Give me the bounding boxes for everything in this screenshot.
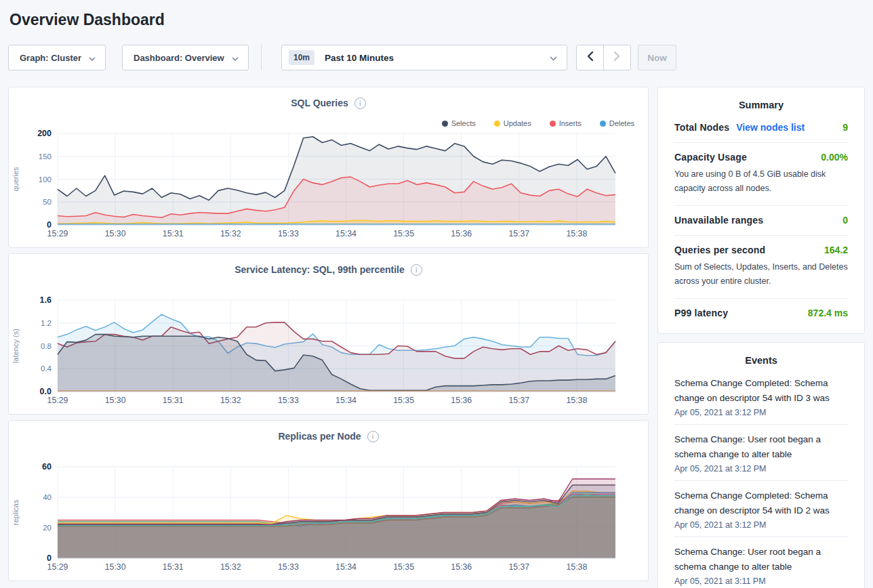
svg-text:15:35: 15:35 — [393, 562, 414, 572]
svg-text:15:37: 15:37 — [508, 229, 529, 238]
legend-dot-icon — [600, 121, 606, 127]
svg-text:15:33: 15:33 — [278, 396, 299, 405]
svg-text:15:29: 15:29 — [47, 562, 68, 572]
info-icon[interactable]: i — [367, 431, 379, 442]
svg-text:15:32: 15:32 — [220, 562, 241, 572]
page: Overview Dashboard Graph: Cluster Dashbo… — [0, 9, 873, 588]
svg-text:15:34: 15:34 — [336, 229, 357, 238]
dashboard-dropdown-label: Dashboard: Overview — [134, 53, 224, 63]
charts-column: SQL Queries i SelectsUpdatesInsertsDelet… — [8, 87, 649, 588]
info-icon[interactable]: i — [411, 264, 422, 276]
svg-text:0.0: 0.0 — [40, 387, 52, 396]
summary-title: Summary — [674, 91, 848, 113]
event-item[interactable]: Schema Change Completed: Schema change o… — [674, 369, 848, 425]
event-item[interactable]: Schema Change: User root began a schema … — [674, 537, 848, 588]
chevron-right-icon — [614, 51, 620, 64]
legend-item[interactable]: Deletes — [600, 119, 634, 127]
chevron-down-icon — [232, 53, 239, 63]
svg-text:15:30: 15:30 — [105, 229, 126, 238]
legend-label: Selects — [451, 119, 476, 127]
svg-text:15:36: 15:36 — [451, 229, 472, 238]
time-range-picker[interactable]: 10m Past 10 Minutes — [281, 45, 567, 70]
chart-title: Replicas per Node — [278, 431, 361, 442]
svg-text:50: 50 — [43, 198, 52, 206]
event-timestamp: Apr 05, 2021 at 3:11 PM — [674, 576, 848, 586]
sql-queries-chart[interactable]: 15:2915:3015:3115:3215:3315:3415:3515:36… — [9, 114, 648, 247]
now-button[interactable]: Now — [638, 45, 676, 70]
legend-dot-icon — [550, 121, 556, 127]
page-title: Overview Dashboard — [9, 9, 865, 30]
unavailable-ranges-label: Unavailable ranges — [674, 215, 763, 226]
svg-text:15:29: 15:29 — [47, 396, 68, 405]
svg-text:0: 0 — [47, 220, 52, 230]
svg-text:queries: queries — [12, 167, 20, 192]
main-content: SQL Queries i SelectsUpdatesInsertsDelet… — [8, 87, 865, 588]
chart-title: Service Latency: SQL, 99th percentile — [235, 264, 405, 275]
p99-latency-label: P99 latency — [674, 308, 728, 318]
svg-text:replicas: replicas — [12, 499, 20, 525]
svg-text:15:37: 15:37 — [508, 396, 529, 405]
legend-dot-icon — [442, 121, 448, 127]
legend-item[interactable]: Inserts — [550, 119, 582, 127]
event-text: Schema Change Completed: Schema change o… — [674, 376, 848, 406]
chevron-down-icon — [550, 51, 557, 64]
events-panel: Events Schema Change Completed: Schema c… — [657, 342, 865, 588]
svg-text:150: 150 — [39, 152, 52, 161]
svg-text:15:33: 15:33 — [278, 229, 299, 238]
service-latency-chart[interactable]: 15:2915:3015:3115:3215:3315:3415:3515:36… — [9, 281, 648, 414]
legend-label: Updates — [504, 119, 531, 127]
events-list: Schema Change Completed: Schema change o… — [674, 369, 848, 588]
svg-text:1.2: 1.2 — [41, 319, 52, 327]
time-range-badge: 10m — [289, 50, 314, 65]
svg-text:20: 20 — [43, 524, 52, 532]
replicas-per-node-chart[interactable]: 15:2915:3015:3115:3215:3315:3415:3515:36… — [9, 448, 648, 581]
svg-text:latency (s): latency (s) — [12, 329, 20, 363]
summary-row-total-nodes: Total Nodes View nodes list 9 — [674, 113, 848, 143]
event-timestamp: Apr 05, 2021 at 3:12 PM — [674, 520, 848, 530]
capacity-usage-value: 0.00% — [821, 152, 848, 163]
time-forward-button[interactable] — [603, 45, 630, 70]
total-nodes-value: 9 — [842, 122, 848, 133]
legend-item[interactable]: Updates — [494, 119, 531, 127]
svg-text:15:31: 15:31 — [163, 396, 184, 405]
chevron-down-icon — [89, 53, 96, 63]
svg-text:15:34: 15:34 — [336, 396, 357, 405]
graph-dropdown-label: Graph: Cluster — [20, 53, 81, 63]
time-nav-arrows — [576, 45, 631, 70]
view-nodes-list-link[interactable]: View nodes list — [736, 122, 805, 133]
svg-text:15:31: 15:31 — [163, 229, 184, 238]
svg-text:15:31: 15:31 — [163, 562, 184, 572]
svg-text:15:34: 15:34 — [336, 562, 357, 572]
summary-row-unavailable-ranges: Unavailable ranges 0 — [674, 206, 848, 236]
svg-text:200: 200 — [37, 129, 52, 138]
event-item[interactable]: Schema Change Completed: Schema change o… — [674, 481, 848, 537]
svg-text:15:36: 15:36 — [451, 562, 472, 572]
event-timestamp: Apr 05, 2021 at 3:12 PM — [674, 408, 848, 417]
event-timestamp: Apr 05, 2021 at 3:12 PM — [674, 464, 848, 474]
dashboard-dropdown[interactable]: Dashboard: Overview — [122, 45, 249, 70]
info-icon[interactable]: i — [354, 98, 366, 109]
event-text: Schema Change: User root began a schema … — [674, 432, 848, 462]
legend-label: Inserts — [559, 119, 582, 127]
sql-queries-chart-card: SQL Queries i SelectsUpdatesInsertsDelet… — [8, 87, 649, 248]
qps-value: 164.2 — [824, 245, 848, 255]
qps-description: Sum of Selects, Updates, Inserts, and De… — [674, 260, 848, 289]
svg-text:15:30: 15:30 — [105, 562, 126, 572]
svg-text:15:38: 15:38 — [567, 396, 588, 405]
summary-panel: Summary Total Nodes View nodes list 9 Ca… — [657, 87, 865, 334]
svg-text:15:29: 15:29 — [47, 229, 68, 238]
svg-text:15:32: 15:32 — [220, 229, 241, 238]
svg-text:0.4: 0.4 — [41, 364, 52, 373]
svg-text:15:32: 15:32 — [220, 396, 241, 405]
event-item[interactable]: Schema Change: User root began a schema … — [674, 425, 848, 481]
sidebar: Summary Total Nodes View nodes list 9 Ca… — [657, 87, 865, 588]
unavailable-ranges-value: 0 — [842, 215, 848, 226]
svg-text:60: 60 — [42, 462, 52, 471]
svg-text:0.8: 0.8 — [41, 342, 52, 350]
time-back-button[interactable] — [577, 45, 603, 70]
svg-text:15:36: 15:36 — [451, 396, 472, 405]
graph-dropdown[interactable]: Graph: Cluster — [8, 45, 106, 70]
service-latency-chart-card: Service Latency: SQL, 99th percentile i … — [8, 253, 649, 415]
summary-row-capacity: Capacity Usage 0.00% You are using 0 B o… — [674, 143, 848, 206]
legend-item[interactable]: Selects — [442, 119, 476, 127]
